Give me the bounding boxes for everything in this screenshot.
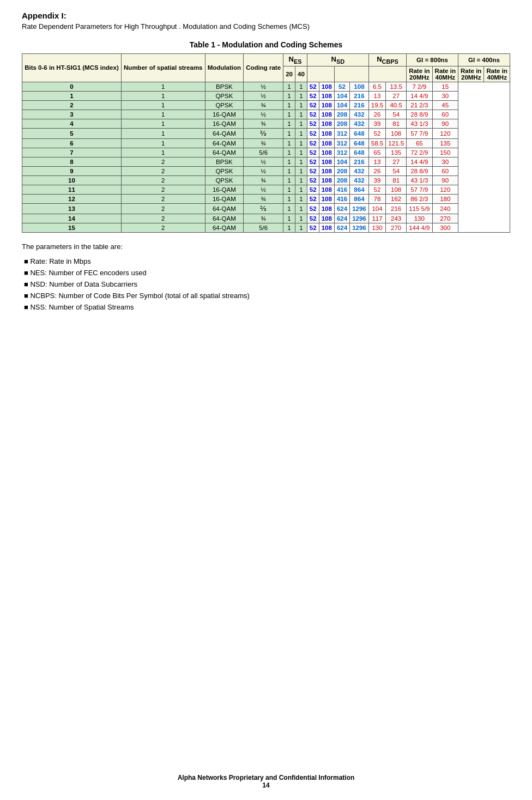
header-rate-400-40: Rate in40MHz — [484, 66, 510, 82]
table-row: 3116-QAM½1152108208432265428 8/960 — [22, 110, 510, 119]
footer-line2: 14 — [0, 781, 532, 789]
header-gi400: GI = 400ns — [458, 54, 510, 66]
table-row: 5164-QAM⅔11521083126485210857 7/9120 — [22, 128, 510, 138]
table-row: 21QPSK¾115210810421619.540.521 2/345 — [22, 100, 510, 110]
header-nes-40: 40 — [295, 66, 307, 82]
table-row: 12216-QAM¾11521084168647816286 2/3180 — [22, 194, 510, 203]
header-nsd: NSD — [307, 54, 368, 66]
page-subtitle: Rate Dependent Parameters for High Throu… — [22, 22, 510, 31]
table-row: 92QPSK½1152108208432265428 8/960 — [22, 166, 510, 175]
footer: Alpha Networks Proprietary and Confident… — [0, 774, 532, 789]
table-row: 82BPSK½1152108104216132714 4/930 — [22, 157, 510, 166]
bullet-item: NSS: Number of Spatial Streams — [22, 303, 510, 311]
header-nsd-sub — [307, 66, 334, 82]
table-row: 01BPSK½1152108521086.513.57 2/915 — [22, 82, 510, 91]
header-rate-800-20: Rate in20MHz — [407, 66, 432, 82]
header-coding-rate: Coding rate — [244, 54, 283, 82]
table-row: 6164-QAM¾115210831264858.5121.565135 — [22, 138, 510, 148]
table-row: 11216-QAM½11521084168645210857 7/9120 — [22, 185, 510, 194]
table-title: Table 1 - Modulation and Coding Schemes — [22, 40, 510, 49]
appendix-title: Appendix I: — [22, 11, 510, 20]
params-intro: The parameters in the table are: — [22, 243, 510, 251]
table-row: 102QPSK¾1152108208432398143 1/390 — [22, 175, 510, 185]
bullet-item: Rate: Rate in Mbps — [22, 257, 510, 265]
header-nes-20: 20 — [283, 66, 295, 82]
header-rate-400-20: Rate in20MHz — [458, 66, 483, 82]
header-gi800: GI = 800ns — [407, 54, 458, 66]
mcs-table: Bits 0-6 in HT-SIG1 (MCS index) Number o… — [22, 53, 510, 233]
table-row: 14264-QAM¾11521086241296117243130270 — [22, 214, 510, 223]
table-row: 13264-QAM⅔11521086241296104216115 5/9240 — [22, 203, 510, 214]
header-rate-800-40: Rate in40MHz — [432, 66, 458, 82]
footer-line1: Alpha Networks Proprietary and Confident… — [0, 774, 532, 781]
header-bits: Bits 0-6 in HT-SIG1 (MCS index) — [22, 54, 122, 82]
header-ncbps: NCBPS — [368, 54, 406, 66]
header-modulation: Modulation — [205, 54, 243, 82]
parameters-list: Rate: Rate in MbpsNES: Number of FEC enc… — [22, 257, 510, 311]
table-row: 4116-QAM¾1152108208432398143 1/390 — [22, 119, 510, 128]
bullet-item: NSD: Number of Data Subcarriers — [22, 280, 510, 288]
header-nss: Number of spatial streams — [121, 54, 205, 82]
table-row: 15264-QAM5/611521086241296130270144 4/93… — [22, 223, 510, 232]
header-nes: NES — [283, 54, 307, 66]
bullet-item: NCBPS: Number of Code Bits Per Symbol (t… — [22, 292, 510, 300]
table-row: 11QPSK½1152108104216132714 4/930 — [22, 91, 510, 100]
bullet-item: NES: Number of FEC encoders used — [22, 269, 510, 277]
header-ncbps-sub — [368, 66, 406, 82]
header-nsd-mhz — [334, 66, 368, 82]
table-row: 7164-QAM5/611521083126486513572 2/9150 — [22, 148, 510, 157]
